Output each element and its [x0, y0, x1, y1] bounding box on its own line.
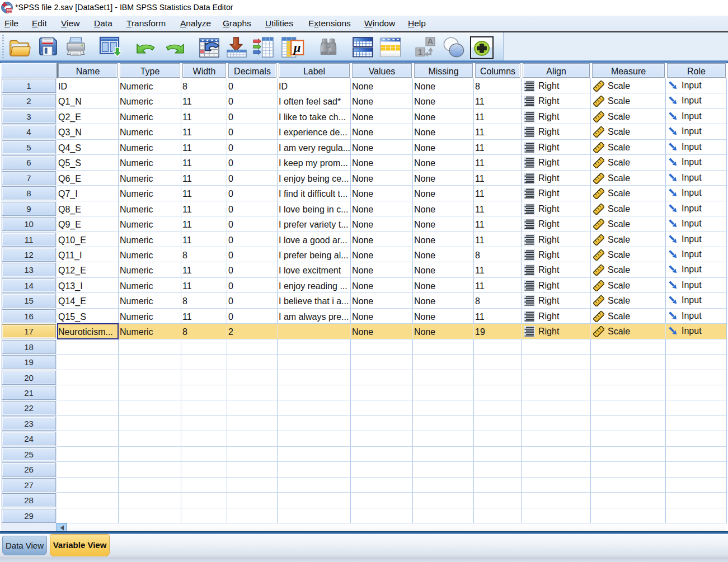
- svg-text:1: 1: [418, 48, 422, 56]
- svg-text:μ: μ: [293, 40, 301, 55]
- svg-text:A: A: [428, 37, 434, 46]
